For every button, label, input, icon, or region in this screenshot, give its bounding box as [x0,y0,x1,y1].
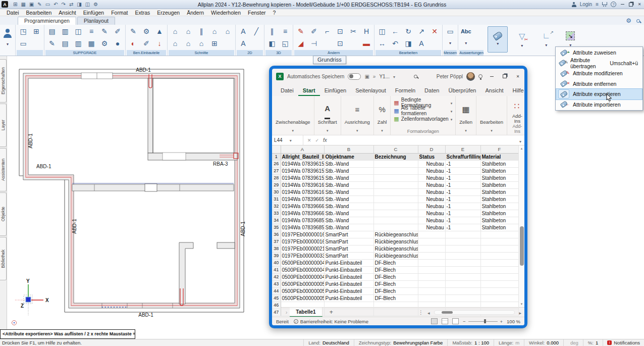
cell[interactable] [480,266,518,273]
ribbon-group[interactable]: ▦ Zellen [456,96,476,135]
palette-tab[interactable]: Bibliothek [0,237,7,280]
excel-minimize-button[interactable] [489,74,494,79]
column-header[interactable]: F [480,145,518,153]
caret-icon[interactable] [459,37,472,49]
text-size-icon[interactable]: A [415,37,428,49]
ribbon-button[interactable]: ▦ Als Tabelle formatieren [394,107,452,115]
menu-item[interactable]: Attribute modifizieren [556,68,642,79]
house-pm-icon[interactable]: ⌂ [195,37,208,49]
text-a-color-icon[interactable]: A [237,37,250,49]
doc-pen2-icon[interactable]: ⊡ [334,37,347,49]
fillet-icon[interactable]: ⌐ [320,25,334,37]
excel-search-icon[interactable] [414,75,417,78]
ribbon-tab[interactable]: Seitenlayout [351,86,391,96]
normal-view-icon[interactable] [431,318,438,324]
row-number[interactable]: 27 [272,167,281,174]
cell[interactable]: Punkt-Einbauteil [324,280,373,287]
row-number[interactable]: 37 [272,238,281,245]
ribbon-group[interactable]: Zwischenablage [272,96,314,135]
cell[interactable]: -1 [445,224,480,231]
cell[interactable]: 0194Wa 0783961682 [281,188,324,195]
section-line-icon[interactable]: ∥ [195,25,208,37]
pen-cylinder2-icon[interactable]: ✎ [127,25,140,37]
cell[interactable] [324,309,373,316]
menu-item[interactable]: Ändern [183,10,207,16]
cube-arrow-icon[interactable]: ◱ [279,37,292,49]
rotate-2d-icon[interactable]: ↶ [389,37,402,49]
cell[interactable] [480,273,518,280]
restore-button[interactable] [628,2,633,7]
cell[interactable] [418,280,445,287]
cell[interactable] [445,273,480,280]
house-clip-icon[interactable]: ⌂ [208,25,221,37]
cell[interactable]: 0197PEb0000001680 [281,238,324,245]
fx-icon[interactable]: fx [323,137,327,143]
header-cell[interactable]: Material [480,153,518,160]
cell[interactable]: Stb.-Wand [324,203,373,210]
cell[interactable]: Stahlbeton [480,224,518,231]
cell[interactable] [373,302,418,309]
abc-pen-icon[interactable]: ✐ [140,37,153,49]
cell[interactable]: Stahlbeton [480,217,518,224]
cell[interactable]: Stahlbeton [480,203,518,210]
help-icon[interactable]: ? [611,2,616,7]
row-number[interactable]: 45 [272,294,281,302]
ribbon-tab[interactable]: Datei [276,86,298,96]
cell[interactable]: Punkt-Einbauteil [324,273,373,280]
user-avatar-button[interactable] [0,25,15,56]
cell[interactable] [418,231,445,238]
excel-maximize-button[interactable] [502,74,507,79]
cell[interactable]: 0197PEb0000001634 [281,231,324,238]
ribbon-group[interactable]: A Schriftart [314,96,341,135]
ribbon-tab[interactable]: Daten [420,86,444,96]
cell[interactable]: DF-Blech [373,287,418,294]
row-number[interactable]: 40 [272,259,281,266]
vertical-scrollbar[interactable] [518,145,524,307]
row-number[interactable]: 38 [272,245,281,252]
menu-item[interactable]: Format [108,10,131,16]
cell[interactable]: DF-Blech [373,294,418,302]
lightbulb-icon[interactable] [478,74,482,78]
ruler-icon[interactable]: ▭ [444,25,457,37]
parallel-lines-icon[interactable]: ∥ [265,25,279,37]
pen-cylinder-icon[interactable]: ✎ [98,25,111,37]
ribbon-group[interactable]: Bearbeiten [476,96,507,135]
list-blue-icon[interactable]: ▤ [59,37,72,49]
row-number[interactable]: 26 [272,160,281,167]
cell[interactable]: SmartPart [324,231,373,238]
row-number[interactable]: 1 [272,153,281,160]
cell[interactable] [418,266,445,273]
cell[interactable]: 0197PEb0000003320 [281,252,324,259]
row-number[interactable]: 42 [272,273,281,280]
cell[interactable]: Punkt-Einbauteil [324,266,373,273]
gear-cylinder-icon[interactable]: ⚙ [98,37,111,49]
menu-item[interactable]: Erzeugen [153,10,183,16]
cell[interactable]: 0194Wa 0783966689 [281,210,324,217]
cell[interactable]: SmartPart [324,245,373,252]
cell[interactable]: Neubau [418,188,445,195]
cell[interactable]: Neubau [418,224,445,231]
cell[interactable]: Neubau [418,203,445,210]
notifications-button[interactable]: ! Notifications [603,339,644,346]
name-box[interactable]: L44 [272,135,303,145]
formula-input[interactable] [331,135,516,145]
row-number[interactable]: 43 [272,280,281,287]
rotate-3d-icon[interactable]: ↻ [402,25,415,37]
ribbon-group-addins[interactable]: ∷ Add-Ins Add-Ins [507,96,527,135]
shop-cart-icon[interactable] [602,2,607,5]
column-header[interactable]: B [324,145,373,153]
header-cell[interactable]: Objektname [324,153,373,160]
cell[interactable]: DF-Blech [373,266,418,273]
page-layout-view-icon[interactable] [442,318,448,324]
cell[interactable]: Stb.-Wand [324,188,373,195]
menu-item[interactable]: Wiederholen [207,10,244,16]
cell[interactable]: 0500PEb0000000489 [281,273,324,280]
status-segment[interactable]: Maßstab: 1 : 100 [447,339,494,346]
cell[interactable] [281,309,324,316]
ribbon-group[interactable]: ≡ Ausrichtung [341,96,374,135]
cell[interactable] [480,259,518,266]
row-number[interactable]: 33 [272,210,281,217]
label-ab-icon[interactable]: ◫ [72,25,85,37]
menu-item[interactable]: Attribute zuweisen [556,47,642,58]
sync-icon[interactable]: ⇄ [69,2,73,7]
